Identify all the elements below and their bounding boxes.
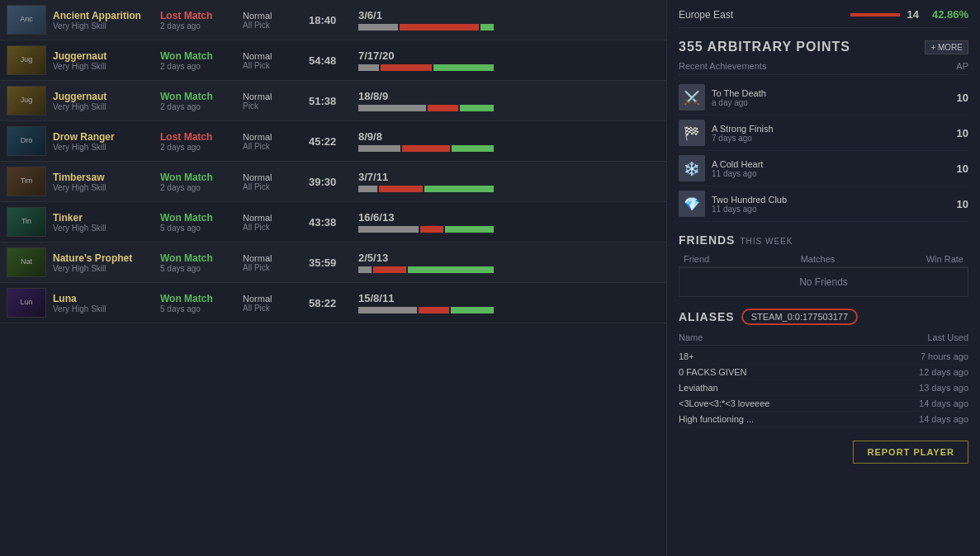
hero-avatar: Lun [7, 288, 46, 318]
death-bar [402, 145, 450, 152]
hero-icon: Nat [21, 258, 32, 266]
alias-row: Leviathan 13 days ago [679, 380, 968, 396]
result-label: Lost Match [160, 131, 243, 143]
hero-icon: Anc [20, 16, 33, 24]
mode-label: Normal [243, 172, 309, 182]
match-row[interactable]: Jug Juggernaut Very High Skill Won Match… [0, 40, 666, 81]
hero-name: Luna [53, 293, 160, 304]
report-player-button[interactable]: REPORT PLAYER [853, 441, 968, 464]
time-ago: 2 days ago [160, 143, 243, 152]
time-ago: 2 days ago [160, 102, 243, 111]
match-mode: Normal Pick [243, 92, 309, 111]
death-bar [381, 64, 432, 71]
friends-subtitle: THIS WEEK [740, 237, 793, 246]
match-duration: 18:40 [309, 14, 358, 26]
hero-info: Nature's Prophet Very High Skill [53, 252, 160, 273]
match-row[interactable]: Nat Nature's Prophet Very High Skill Won… [0, 243, 666, 283]
hero-skill: Very High Skill [53, 224, 160, 233]
hero-avatar: Tim [7, 167, 46, 196]
hero-avatar: Anc [7, 5, 46, 35]
friends-section: FRIENDS THIS WEEK Friend Matches Win Rat… [679, 233, 968, 297]
hero-info: Timbersaw Very High Skill [53, 172, 160, 192]
hero-skill: Very High Skill [53, 21, 160, 31]
kda-text: 3/7/11 [358, 171, 532, 183]
time-ago: 5 days ago [160, 264, 243, 273]
achievement-ap: 10 [957, 198, 968, 210]
match-duration: 54:48 [309, 54, 358, 67]
mode-label: Normal [243, 92, 309, 101]
server-name: Europe East [679, 9, 850, 21]
match-result: Won Match 2 days ago [160, 91, 243, 111]
alias-name: <3Love<3:*<3 loveeee [679, 398, 769, 408]
kill-bar [358, 105, 426, 111]
alias-row: <3Love<3:*<3 loveeee 14 days ago [679, 396, 968, 412]
steam-id-badge: STEAM_0:0:177503177 [741, 309, 858, 325]
alias-last-used: 14 days ago [919, 414, 968, 424]
match-result: Won Match 5 days ago [160, 212, 243, 233]
mode-label: Normal [243, 132, 309, 142]
aliases-title: ALIASES [679, 310, 735, 323]
hero-avatar: Tin [7, 207, 46, 237]
assist-bar [445, 226, 494, 233]
hero-avatar: Jug [7, 86, 46, 115]
match-row[interactable]: Tim Timbersaw Very High Skill Won Match … [0, 162, 666, 202]
match-mode: Normal All Pick [243, 51, 309, 70]
result-label: Won Match [160, 293, 243, 304]
hero-skill: Very High Skill [53, 102, 160, 111]
match-row[interactable]: Tin Tinker Very High Skill Won Match 5 d… [0, 202, 666, 243]
arbitrary-points-section: 355 ARBITRARY POINTS + MORE Recent Achie… [679, 40, 968, 222]
match-kda: 3/7/11 [358, 171, 532, 192]
match-row[interactable]: Anc Ancient Apparition Very High Skill L… [0, 0, 666, 40]
match-duration: 51:38 [309, 95, 358, 107]
mode-type: All Pick [243, 21, 309, 30]
match-mode: Normal All Pick [243, 213, 309, 232]
achievement-row: ⚔️ To The Death a day ago 10 [679, 80, 968, 115]
recent-achievements-label: Recent Achievements [679, 61, 766, 71]
kill-bar [358, 307, 417, 313]
match-result: Won Match 2 days ago [160, 172, 243, 192]
match-mode: Normal All Pick [243, 253, 309, 272]
alias-last-used: 7 hours ago [921, 351, 968, 361]
match-mode: Normal All Pick [243, 132, 309, 151]
kda-text: 7/17/20 [358, 49, 532, 62]
hero-icon: Jug [21, 56, 33, 64]
kda-text: 3/6/1 [358, 9, 532, 21]
match-kda: 16/6/13 [358, 211, 532, 233]
result-label: Lost Match [160, 10, 243, 21]
alias-name: High functioning ... [679, 414, 754, 424]
hero-skill: Very High Skill [53, 143, 160, 152]
hero-info: Ancient Apparition Very High Skill [53, 10, 160, 31]
mode-label: Normal [243, 294, 309, 304]
death-bar [379, 186, 423, 192]
death-bar [420, 226, 443, 233]
match-row[interactable]: Lun Luna Very High Skill Won Match 5 day… [0, 283, 666, 323]
assist-bar [460, 105, 494, 111]
achievement-name: Two Hundred Club [712, 195, 957, 205]
friend-col-label: Friend [684, 254, 709, 264]
match-kda: 7/17/20 [358, 49, 532, 71]
matches-panel: Anc Ancient Apparition Very High Skill L… [0, 0, 666, 556]
achievement-date: 11 days ago [712, 169, 957, 178]
match-result: Won Match 5 days ago [160, 293, 243, 313]
mode-type: All Pick [243, 182, 309, 191]
match-row[interactable]: Jug Juggernaut Very High Skill Won Match… [0, 81, 666, 121]
achievement-info: A Strong Finish 7 days ago [712, 124, 957, 143]
hero-name: Nature's Prophet [53, 252, 160, 264]
result-label: Won Match [160, 172, 243, 183]
ap-more-button[interactable]: + MORE [925, 40, 968, 54]
kill-bar [358, 186, 377, 192]
alias-last-used: 14 days ago [919, 398, 968, 408]
right-panel: Europe East 14 42.86% 355 ARBITRARY POIN… [666, 0, 980, 556]
match-mode: Normal All Pick [243, 294, 309, 313]
mode-type: All Pick [243, 263, 309, 272]
hero-icon: Tin [21, 218, 31, 226]
match-row[interactable]: Dro Drow Ranger Very High Skill Lost Mat… [0, 121, 666, 162]
death-bar [373, 266, 406, 273]
achievement-info: Two Hundred Club 11 days ago [712, 195, 957, 214]
friends-table-header: Friend Matches Win Rate [679, 252, 968, 267]
kda-bars [358, 186, 532, 192]
achievement-name: A Strong Finish [712, 124, 957, 134]
alias-row: 18+ 7 hours ago [679, 349, 968, 365]
death-bar [419, 307, 450, 313]
kill-bar [358, 226, 419, 233]
